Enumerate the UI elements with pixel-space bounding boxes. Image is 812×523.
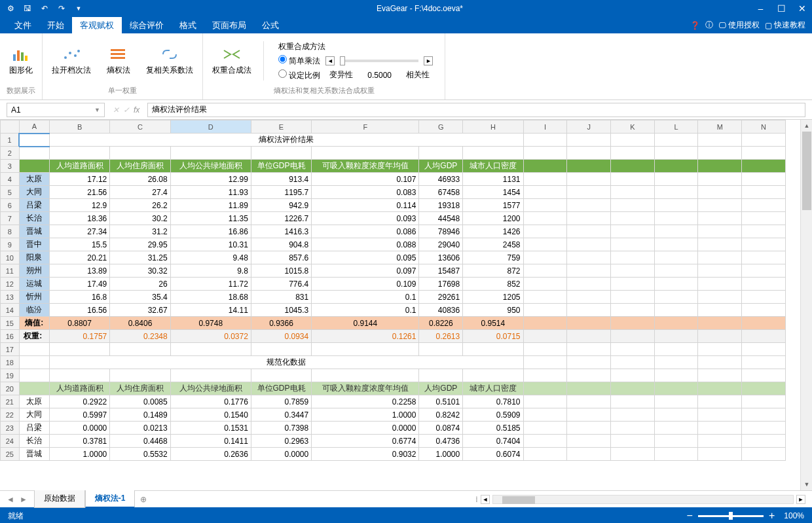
entropy-method-button[interactable]: 熵权法: [103, 44, 134, 79]
cell[interactable]: 16.86: [170, 225, 251, 238]
city-cell[interactable]: 晋城: [19, 225, 49, 238]
col-header[interactable]: F: [312, 120, 419, 134]
sheet-tab-0[interactable]: 原始数据: [34, 490, 85, 508]
cell[interactable]: [251, 343, 311, 356]
cell[interactable]: 0.7404: [463, 435, 523, 448]
cell[interactable]: 26: [110, 278, 170, 291]
cell[interactable]: 0.3447: [251, 408, 311, 422]
cell[interactable]: [742, 278, 786, 291]
cell[interactable]: 0.8807: [49, 317, 109, 330]
cell[interactable]: [698, 448, 742, 461]
cell[interactable]: [610, 251, 654, 264]
hscroll-right-icon[interactable]: ►: [796, 495, 805, 504]
menu-0[interactable]: 文件: [7, 17, 39, 34]
col-label[interactable]: 人均道路面积: [49, 382, 109, 395]
col-header[interactable]: A: [19, 120, 49, 134]
info-icon[interactable]: ⓘ: [705, 20, 713, 31]
cell[interactable]: [523, 134, 567, 147]
cell[interactable]: [567, 304, 611, 317]
cell[interactable]: [610, 225, 654, 238]
cell[interactable]: 0.8242: [419, 408, 463, 422]
cell[interactable]: [742, 199, 786, 212]
scroll-up-icon[interactable]: ▲: [801, 120, 812, 132]
col-header[interactable]: J: [567, 120, 611, 134]
cell[interactable]: 46933: [419, 173, 463, 186]
cell[interactable]: [654, 160, 698, 173]
cell[interactable]: [742, 448, 786, 461]
cell[interactable]: [654, 317, 698, 330]
cell[interactable]: [523, 186, 567, 199]
cell[interactable]: [170, 369, 251, 382]
cell[interactable]: [567, 225, 611, 238]
cell[interactable]: [523, 291, 567, 304]
cell[interactable]: [698, 147, 742, 160]
cell[interactable]: [742, 304, 786, 317]
cell[interactable]: 759: [463, 251, 523, 264]
cell[interactable]: 1226.7: [251, 212, 311, 225]
cell[interactable]: 27.4: [110, 186, 170, 199]
row-header[interactable]: 10: [1, 251, 20, 264]
cell[interactable]: [567, 147, 611, 160]
cell[interactable]: 950: [463, 304, 523, 317]
undo-icon[interactable]: ↶: [39, 3, 50, 14]
cell[interactable]: 0.1261: [312, 330, 419, 343]
cell[interactable]: [523, 160, 567, 173]
cell[interactable]: 0.1: [312, 291, 419, 304]
cell[interactable]: [698, 199, 742, 212]
cell[interactable]: [610, 199, 654, 212]
cell[interactable]: 1454: [463, 186, 523, 199]
select-all-cell[interactable]: [1, 120, 20, 134]
cell[interactable]: 0.6774: [312, 435, 419, 448]
cell[interactable]: 29.95: [110, 238, 170, 251]
cell[interactable]: 12.9: [49, 199, 109, 212]
col-label[interactable]: 可吸入颗粒度浓度年均值: [312, 382, 419, 395]
col-header[interactable]: M: [698, 120, 742, 134]
cell[interactable]: [742, 147, 786, 160]
cell[interactable]: [654, 238, 698, 251]
cell[interactable]: [567, 251, 611, 264]
cell[interactable]: [110, 147, 170, 160]
col-label[interactable]: 人均GDP: [419, 382, 463, 395]
cell[interactable]: 1015.8: [251, 264, 311, 278]
cell[interactable]: 0.4468: [110, 435, 170, 448]
col-label[interactable]: 人均公共绿地面积: [170, 382, 251, 395]
cell[interactable]: 0.2613: [419, 330, 463, 343]
row-header[interactable]: 21: [1, 395, 20, 408]
qat-dropdown-icon[interactable]: ▼: [73, 3, 84, 14]
cell[interactable]: [610, 264, 654, 278]
tutorial-link[interactable]: ▢快速教程: [765, 20, 805, 31]
cell[interactable]: 1195.7: [251, 186, 311, 199]
row-header[interactable]: 17: [1, 343, 20, 356]
cell[interactable]: 1205: [463, 291, 523, 304]
cell[interactable]: [742, 317, 786, 330]
row-header[interactable]: 8: [1, 225, 20, 238]
cell[interactable]: 0.9748: [170, 317, 251, 330]
cell[interactable]: [698, 278, 742, 291]
cell[interactable]: 1416.3: [251, 225, 311, 238]
cell[interactable]: [610, 212, 654, 225]
cell[interactable]: [698, 212, 742, 225]
row-header[interactable]: 12: [1, 278, 20, 291]
city-cell[interactable]: 长治: [19, 212, 49, 225]
cell[interactable]: [523, 408, 567, 422]
col-header[interactable]: E: [251, 120, 311, 134]
cell[interactable]: [523, 304, 567, 317]
entropy-label[interactable]: 熵值:: [19, 317, 49, 330]
cell[interactable]: 0.0715: [463, 330, 523, 343]
city-cell[interactable]: 太原: [19, 173, 49, 186]
cell[interactable]: 30.32: [110, 264, 170, 278]
cell[interactable]: [567, 212, 611, 225]
row-header[interactable]: 9: [1, 238, 20, 251]
cell[interactable]: [110, 343, 170, 356]
cell[interactable]: [698, 304, 742, 317]
cell[interactable]: [523, 395, 567, 408]
row-header[interactable]: 16: [1, 330, 20, 343]
cell[interactable]: 1.0000: [312, 408, 419, 422]
cell[interactable]: 0.095: [312, 251, 419, 264]
cell[interactable]: [742, 382, 786, 395]
cell[interactable]: [610, 304, 654, 317]
cell[interactable]: [610, 448, 654, 461]
menu-5[interactable]: 页面布局: [204, 17, 254, 34]
radio-simple[interactable]: 简单乘法: [278, 55, 320, 67]
cell[interactable]: 0.0213: [110, 422, 170, 435]
